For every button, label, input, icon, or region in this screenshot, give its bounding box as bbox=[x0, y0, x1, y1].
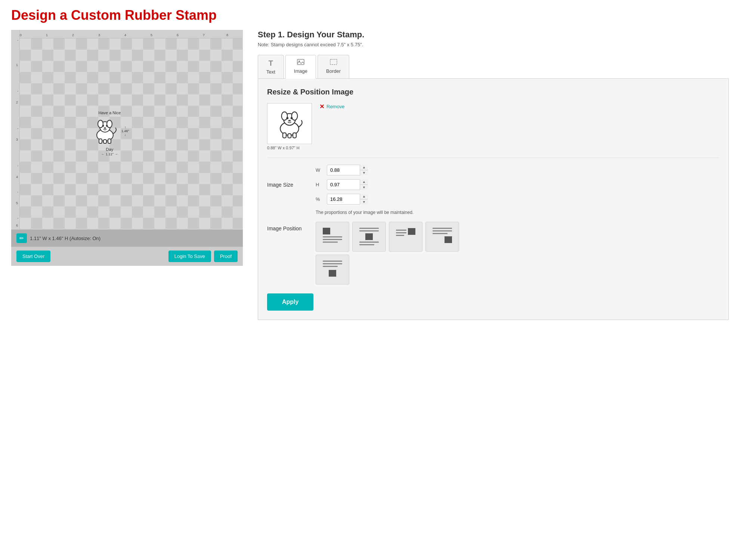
position-icon-3 bbox=[394, 227, 417, 247]
svg-rect-28 bbox=[359, 230, 379, 231]
position-btn-5[interactable] bbox=[316, 255, 349, 284]
proportion-note: The proportions of your image will be ma… bbox=[316, 210, 719, 215]
svg-point-17 bbox=[287, 117, 289, 119]
image-thumb-dog bbox=[273, 107, 306, 140]
percent-spin-up[interactable]: ▲ bbox=[360, 194, 368, 199]
image-position-label: Image Position bbox=[267, 222, 316, 231]
svg-rect-27 bbox=[359, 228, 379, 229]
svg-rect-34 bbox=[396, 235, 404, 236]
section-header: Resize & Position Image bbox=[267, 88, 719, 96]
image-size-inputs: W ▲ ▼ H bbox=[316, 165, 368, 205]
pct-label: % bbox=[316, 196, 323, 202]
canvas-info-text: 1.11" W x 1.46" H (Autosize: On) bbox=[30, 236, 100, 241]
image-dimensions-label: 0.88" W x 0.97" H bbox=[267, 146, 312, 150]
h-label: H bbox=[316, 182, 323, 187]
position-grid bbox=[316, 222, 459, 284]
position-btn-3[interactable] bbox=[389, 222, 422, 252]
svg-rect-23 bbox=[323, 228, 330, 234]
tabs-bar: T Text Image Border bbox=[258, 55, 729, 79]
svg-rect-12 bbox=[330, 59, 337, 65]
position-btn-1[interactable] bbox=[316, 222, 349, 252]
stamp-element: Have a Nice bbox=[90, 111, 129, 156]
svg-rect-41 bbox=[323, 263, 342, 264]
image-size-row: Image Size W ▲ ▼ bbox=[267, 165, 719, 205]
svg-point-18 bbox=[291, 117, 293, 119]
svg-rect-33 bbox=[396, 232, 406, 233]
svg-rect-36 bbox=[433, 228, 452, 229]
canvas-panel: 0 1 2 3 4 5 6 7 8 - 1 - 2 - 3 bbox=[11, 30, 243, 266]
apply-section: Apply bbox=[267, 293, 719, 311]
svg-rect-9 bbox=[108, 139, 111, 143]
step-note: Note: Stamp designs cannot exceed 7.5" x… bbox=[258, 42, 729, 47]
svg-rect-30 bbox=[359, 242, 379, 243]
svg-rect-35 bbox=[408, 228, 415, 235]
svg-rect-24 bbox=[323, 236, 342, 237]
percent-spin-down[interactable]: ▼ bbox=[360, 199, 368, 205]
tab-border-label: Border bbox=[326, 68, 341, 74]
tab-image-label: Image bbox=[294, 68, 307, 74]
svg-point-15 bbox=[282, 112, 288, 121]
position-icon-1 bbox=[321, 227, 344, 247]
stamp-text-top: Have a Nice bbox=[90, 111, 129, 115]
percent-input-row: % ▲ ▼ bbox=[316, 194, 368, 205]
canvas-action-bar: Start Over Login To Save Proof bbox=[11, 247, 243, 266]
height-spin-down[interactable]: ▼ bbox=[360, 185, 368, 190]
svg-rect-21 bbox=[288, 134, 291, 138]
ruler-top: 0 1 2 3 4 5 6 7 8 bbox=[12, 30, 242, 38]
svg-rect-40 bbox=[323, 261, 342, 262]
section-content: Resize & Position Image bbox=[258, 79, 729, 320]
text-tab-icon: T bbox=[269, 59, 273, 68]
main-layout: 0 1 2 3 4 5 6 7 8 - 1 - 2 - 3 bbox=[11, 30, 729, 320]
border-tab-icon bbox=[330, 59, 337, 67]
width-spin-arrows: ▲ ▼ bbox=[360, 165, 368, 175]
tab-image[interactable]: Image bbox=[285, 55, 316, 79]
stamp-canvas: 0 1 2 3 4 5 6 7 8 - 1 - 2 - 3 bbox=[11, 30, 243, 230]
width-input-wrapper: ▲ ▼ bbox=[327, 165, 368, 175]
svg-rect-29 bbox=[365, 233, 373, 240]
svg-point-4 bbox=[102, 125, 104, 127]
svg-rect-38 bbox=[433, 233, 448, 234]
remove-label: Remove bbox=[326, 104, 344, 109]
height-input-row: H ▲ ▼ bbox=[316, 179, 368, 190]
remove-x-icon: ✕ bbox=[319, 103, 324, 110]
image-thumb-wrapper: 0.88" W x 0.97" H bbox=[267, 103, 312, 150]
dog-icon bbox=[90, 116, 120, 146]
ruler-left: - 1 - 2 - 3 - 4 - 5 - 6 bbox=[12, 30, 20, 229]
height-spin-up[interactable]: ▲ bbox=[360, 179, 368, 185]
svg-point-5 bbox=[106, 125, 108, 127]
position-btn-2[interactable] bbox=[352, 222, 386, 252]
proof-button[interactable]: Proof bbox=[214, 251, 238, 262]
image-thumb bbox=[267, 103, 312, 144]
image-size-label: Image Size bbox=[267, 182, 316, 188]
remove-image-button[interactable]: ✕ Remove bbox=[319, 103, 344, 110]
image-tab-icon bbox=[297, 59, 304, 67]
width-input-row: W ▲ ▼ bbox=[316, 165, 368, 175]
position-btn-4[interactable] bbox=[425, 222, 459, 252]
divider-1 bbox=[267, 158, 719, 158]
w-label: W bbox=[316, 167, 323, 173]
svg-rect-22 bbox=[293, 133, 296, 138]
width-spin-down[interactable]: ▼ bbox=[360, 170, 368, 175]
width-spin-up[interactable]: ▲ bbox=[360, 165, 368, 170]
page-wrapper: Design a Custom Rubber Stamp 0 1 2 3 4 5… bbox=[0, 0, 740, 327]
login-save-button[interactable]: Login To Save bbox=[168, 251, 211, 262]
edit-icon-button[interactable]: ✏ bbox=[16, 233, 27, 243]
svg-rect-10 bbox=[297, 59, 304, 65]
tab-border[interactable]: Border bbox=[318, 55, 349, 78]
image-preview-row: 0.88" W x 0.97" H ✕ Remove bbox=[267, 103, 719, 150]
svg-rect-42 bbox=[323, 266, 338, 267]
start-over-button[interactable]: Start Over bbox=[16, 251, 50, 262]
svg-point-19 bbox=[288, 120, 291, 122]
svg-rect-8 bbox=[103, 140, 106, 143]
height-spin-arrows: ▲ ▼ bbox=[360, 179, 368, 190]
position-icon-4 bbox=[431, 227, 453, 247]
position-icon-5 bbox=[321, 259, 344, 280]
svg-rect-32 bbox=[396, 230, 406, 231]
svg-rect-31 bbox=[359, 244, 374, 245]
height-indicator: 1.46" bbox=[121, 129, 129, 133]
apply-button[interactable]: Apply bbox=[267, 293, 313, 311]
svg-rect-37 bbox=[433, 230, 452, 231]
stamp-image bbox=[90, 116, 120, 146]
tab-text[interactable]: T Text bbox=[258, 55, 284, 78]
canvas-grid bbox=[20, 38, 242, 229]
